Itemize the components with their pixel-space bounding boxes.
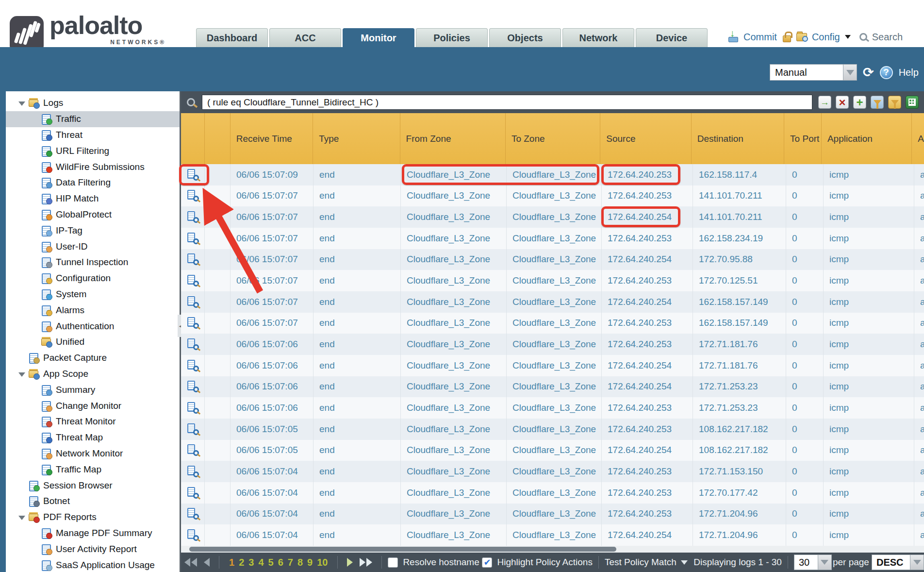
config-icon[interactable] (796, 33, 807, 41)
to-port-cell[interactable]: 0 (786, 482, 824, 504)
page-number[interactable]: 9 (307, 557, 313, 568)
first-page-icon[interactable] (184, 558, 197, 567)
to-zone-cell[interactable]: Cloudflare_L3_Zone (507, 249, 602, 270)
sidebar-item[interactable]: User-ID (6, 238, 180, 254)
expand-triangle-icon[interactable] (18, 353, 29, 363)
page-number[interactable]: 3 (248, 557, 254, 568)
destination-cell[interactable]: 172.70.177.42 (693, 482, 786, 504)
from-zone-cell[interactable]: Cloudflare_L3_Zone (401, 270, 507, 291)
to-port-cell[interactable]: 0 (786, 440, 824, 461)
to-zone-cell[interactable]: Cloudflare_L3_Zone (507, 524, 602, 546)
log-detail-cell[interactable] (181, 313, 205, 334)
log-detail-magnifier-icon[interactable] (187, 338, 198, 350)
add-filter-icon[interactable]: + (853, 96, 866, 109)
to-zone-cell[interactable]: Cloudflare_L3_Zone (507, 419, 602, 440)
log-detail-magnifier-icon[interactable] (187, 466, 198, 477)
to-zone-cell[interactable]: Cloudflare_L3_Zone (507, 185, 602, 207)
commit-button[interactable]: Commit (743, 32, 777, 43)
col-header-receive-time[interactable]: Receive Time (231, 113, 313, 164)
log-detail-cell[interactable] (181, 504, 205, 525)
to-port-cell[interactable]: 0 (786, 419, 824, 440)
log-detail-magnifier-icon[interactable] (187, 275, 198, 286)
to-port-cell[interactable]: 0 (786, 461, 824, 482)
to-zone-cell[interactable]: Cloudflare_L3_Zone (507, 397, 602, 419)
sidebar-item[interactable]: Logs (6, 95, 180, 111)
application-cell[interactable]: icmp (824, 185, 914, 207)
page-number[interactable]: 8 (297, 557, 303, 568)
log-detail-magnifier-icon[interactable] (187, 360, 198, 371)
log-detail-cell[interactable] (181, 419, 205, 440)
destination-cell[interactable]: 108.162.217.182 (693, 440, 786, 461)
sidebar-item[interactable]: Alarms (6, 302, 180, 318)
expand-triangle-icon[interactable] (18, 512, 29, 522)
source-cell[interactable]: 172.64.240.253 (602, 397, 693, 419)
destination-cell[interactable]: 162.158.117.4 (693, 164, 786, 185)
sidebar-item[interactable]: Summary (6, 382, 180, 398)
from-zone-cell[interactable]: Cloudflare_L3_Zone (401, 419, 507, 440)
source-cell[interactable]: 172.64.240.254 (602, 355, 693, 376)
to-port-cell[interactable]: 0 (786, 376, 824, 398)
log-detail-cell[interactable] (181, 524, 205, 546)
action-cell[interactable]: a (914, 482, 924, 504)
log-detail-magnifier-icon[interactable] (187, 211, 198, 223)
log-detail-cell[interactable] (181, 376, 205, 398)
destination-cell[interactable]: 172.71.204.96 (693, 524, 786, 546)
sidebar-item[interactable]: App Scope (6, 366, 180, 382)
from-zone-cell[interactable]: Cloudflare_L3_Zone (401, 504, 507, 525)
action-cell[interactable]: a (914, 249, 924, 270)
action-cell[interactable]: a (914, 397, 924, 419)
to-zone-cell[interactable]: Cloudflare_L3_Zone (507, 228, 602, 249)
sidebar-item[interactable]: GlobalProtect (6, 207, 180, 223)
to-port-cell[interactable]: 0 (786, 228, 824, 249)
main-tab[interactable]: Network (562, 28, 634, 47)
sidebar-item[interactable]: User Activity Report (6, 541, 180, 557)
log-detail-cell[interactable] (181, 228, 205, 249)
application-cell[interactable]: icmp (824, 228, 914, 249)
destination-cell[interactable]: 141.101.70.211 (693, 185, 786, 207)
source-cell[interactable]: 172.64.240.254 (602, 291, 693, 313)
source-cell[interactable]: 172.64.240.253 (602, 270, 693, 291)
from-zone-cell[interactable]: Cloudflare_L3_Zone (401, 355, 507, 376)
clear-filter-icon[interactable]: × (836, 96, 849, 109)
sidebar-item[interactable]: Threat (6, 127, 180, 143)
test-policy-match-button[interactable]: Test Policy Match (605, 557, 676, 568)
application-cell[interactable]: icmp (824, 206, 914, 228)
sidebar-item[interactable]: IP-Tag (6, 222, 180, 238)
action-cell[interactable]: a (914, 164, 924, 185)
log-detail-cell[interactable] (181, 355, 205, 376)
from-zone-cell[interactable]: Cloudflare_L3_Zone (401, 185, 507, 207)
source-cell[interactable]: 172.64.240.254 (602, 524, 693, 546)
destination-cell[interactable]: 172.71.253.23 (693, 376, 786, 398)
action-cell[interactable]: a (914, 291, 924, 313)
log-detail-magnifier-icon[interactable] (187, 253, 198, 265)
to-port-cell[interactable]: 0 (786, 334, 824, 355)
next-page-icon[interactable] (347, 558, 353, 567)
action-cell[interactable]: a (914, 313, 924, 334)
to-zone-cell[interactable]: Cloudflare_L3_Zone (507, 206, 602, 228)
destination-cell[interactable]: 162.158.157.149 (693, 313, 786, 334)
saved-filters-icon[interactable] (888, 96, 901, 109)
sidebar-item[interactable]: Traffic (6, 111, 180, 127)
log-detail-cell[interactable] (181, 291, 205, 313)
log-detail-cell[interactable] (181, 461, 205, 482)
from-zone-cell[interactable]: Cloudflare_L3_Zone (401, 206, 507, 228)
log-detail-magnifier-icon[interactable] (187, 381, 198, 392)
export-csv-icon[interactable] (906, 96, 919, 109)
to-zone-cell[interactable]: Cloudflare_L3_Zone (507, 270, 602, 291)
application-cell[interactable]: icmp (824, 397, 914, 419)
destination-cell[interactable]: 172.70.125.51 (693, 270, 786, 291)
to-port-cell[interactable]: 0 (786, 164, 824, 185)
to-port-cell[interactable]: 0 (786, 249, 824, 270)
application-cell[interactable]: icmp (824, 249, 914, 270)
sidebar-item[interactable]: WildFire Submissions (6, 159, 180, 175)
application-cell[interactable]: icmp (824, 504, 914, 525)
application-cell[interactable]: icmp (824, 291, 914, 313)
destination-cell[interactable]: 172.71.181.76 (693, 334, 786, 355)
lock-icon[interactable] (782, 32, 792, 42)
action-cell[interactable]: a (914, 504, 924, 525)
log-detail-magnifier-icon[interactable] (187, 529, 198, 541)
sidebar-item[interactable]: URL Filtering (6, 143, 180, 159)
destination-cell[interactable]: 172.71.204.96 (693, 504, 786, 525)
log-detail-magnifier-icon[interactable] (187, 317, 198, 329)
application-cell[interactable]: icmp (824, 461, 914, 482)
